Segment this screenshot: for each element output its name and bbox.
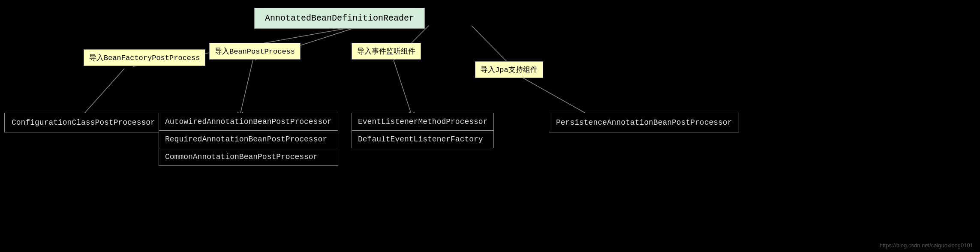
svg-line-7 bbox=[523, 78, 592, 117]
label-event-listener: 导入事件监听组件 bbox=[352, 43, 421, 60]
diagram-container: AnnotatedBeanDefinitionReader 导入BeanFact… bbox=[0, 0, 980, 252]
root-node: AnnotatedBeanDefinitionReader bbox=[254, 8, 425, 29]
svg-line-5 bbox=[240, 60, 253, 115]
node-group-event: EventListenerMethodProcessor DefaultEven… bbox=[352, 113, 494, 148]
node-group-autowired: AutowiredAnnotationBeanPostProcessor Req… bbox=[159, 113, 338, 166]
node-required-annotation: RequiredAnnotationBeanPostProcessor bbox=[159, 131, 338, 148]
svg-line-6 bbox=[394, 60, 412, 115]
node-configuration-class-post-processor: ConfigurationClassPostProcessor bbox=[4, 113, 162, 132]
node-common-annotation: CommonAnnotationBeanPostProcessor bbox=[159, 148, 338, 165]
node-persistence-annotation: PersistenceAnnotationBeanPostProcessor bbox=[549, 113, 739, 132]
node-event-listener-method: EventListenerMethodProcessor bbox=[352, 113, 493, 131]
label-bean-post-process: 导入BeanPostProcess bbox=[209, 43, 301, 60]
node-default-event-listener: DefaultEventListenerFactory bbox=[352, 131, 493, 148]
svg-line-4 bbox=[81, 69, 124, 117]
label-jpa: 导入Jpa支持组件 bbox=[475, 61, 543, 78]
watermark: https://blog.csdn.net/caiguoxiong0101 bbox=[880, 242, 973, 249]
label-bean-factory-post-process: 导入BeanFactoryPostProcess bbox=[84, 49, 205, 66]
node-autowired-annotation: AutowiredAnnotationBeanPostProcessor bbox=[159, 113, 338, 131]
